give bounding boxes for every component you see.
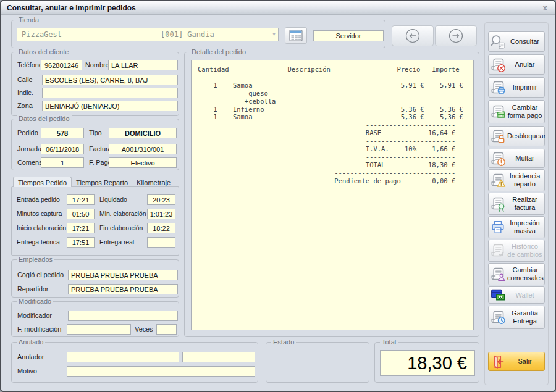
magnifier-scroll-icon <box>489 34 507 50</box>
entrada-field[interactable]: 17:21 <box>67 194 95 205</box>
anulador-date-field[interactable] <box>182 352 255 362</box>
title-bar: Consultar, anular e imprimir pedidos x <box>1 1 555 15</box>
fpago-field[interactable]: Efectivo <box>109 157 177 168</box>
order-detail-text: Cantidad Descripción Precio Importe ----… <box>192 60 473 190</box>
chevron-down-icon: ▾ <box>272 30 276 37</box>
exit-door-icon <box>489 354 507 370</box>
total-group: Total 18,30 € <box>374 342 479 383</box>
empleados-group: Empleados Cogió el pedido PRUEBA PRUEBA … <box>11 259 179 298</box>
printer-icon <box>489 80 507 96</box>
teorica-label: Entrega teórica <box>17 237 60 248</box>
salir-button[interactable]: Salir <box>488 352 545 371</box>
teorica-field[interactable]: 17:51 <box>67 237 95 248</box>
wallet-icon <box>489 287 507 303</box>
button-label: Cambiar comensales <box>507 266 545 281</box>
diner-person-icon <box>489 266 507 282</box>
captura-field[interactable]: 01:50 <box>67 209 95 219</box>
consultar-button[interactable]: Consultar <box>488 31 545 52</box>
incidencia-reparto-button[interactable]: Incidencia reparto <box>488 169 545 191</box>
empleados-group-label: Empleados <box>17 256 54 264</box>
button-label: Impresión masiva <box>507 219 544 235</box>
repartidor-label: Repartidor <box>17 284 48 294</box>
button-label: Cambiar forma pago <box>507 104 544 119</box>
calle-field[interactable]: ESCOLES (LES), CARRE, 8, BAJ <box>42 75 178 85</box>
jornada-field[interactable]: 06/11/2018 <box>41 144 84 154</box>
calle-label: Calle <box>17 75 33 85</box>
tab-tiempos-pedido[interactable]: Tiempos Pedido <box>13 177 72 187</box>
modificado-group: Modificado Modificador F. modificación V… <box>11 301 179 337</box>
anulador-label: Anulador <box>17 352 44 362</box>
button-label: Salir <box>507 357 544 365</box>
indic-field[interactable] <box>42 88 178 98</box>
jornada-label: Jornada <box>17 144 41 154</box>
factura-field[interactable]: A001/310/001 <box>109 144 177 154</box>
zona-label: Zona <box>17 101 33 111</box>
button-label: Garantía Entrega <box>507 309 544 325</box>
cancel-icon <box>489 57 507 73</box>
tab-tiempos-reparto[interactable]: Tiempos Reparto <box>72 178 132 187</box>
modificador-label: Modificador <box>17 311 52 321</box>
tab-kilometraje[interactable]: Kilometraje <box>132 178 175 187</box>
anulado-group: Anulado Anulador Motivo <box>11 342 258 383</box>
captura-label: Minutos captura <box>17 209 62 219</box>
zona-field[interactable]: BENIARJÓ (BENIARJO) <box>42 101 178 111</box>
table-grid-icon <box>289 30 303 41</box>
cambiar-comensales-button[interactable]: Cambiar comensales <box>488 263 545 285</box>
wallet-button: Wallet <box>488 286 545 304</box>
invoice-seal-icon <box>489 196 507 212</box>
cogio-label: Cogió el pedido <box>17 270 64 280</box>
pedido-field[interactable]: 578 <box>41 128 84 138</box>
tienda-group: Tienda PizzaGest [001] Gandia ▾ Servidor <box>11 20 385 48</box>
liquidado-field[interactable]: 20:23 <box>147 194 175 205</box>
fmod-field[interactable] <box>67 324 131 335</box>
estado-group: Estado <box>266 342 369 383</box>
inicio-field[interactable]: 17:21 <box>67 223 95 233</box>
fmod-label: F. modificación <box>17 324 61 335</box>
anular-button[interactable]: Anular <box>488 54 545 75</box>
desbloquear-button[interactable]: Desbloquear <box>488 126 545 146</box>
nombre-field[interactable]: LA LLAR <box>108 60 178 70</box>
arrow-right-icon <box>447 27 465 45</box>
veces-field[interactable] <box>156 324 177 335</box>
store-combobox[interactable]: PizzaGest [001] Gandia ▾ <box>17 28 279 41</box>
real-field[interactable] <box>147 237 175 248</box>
cambiar-forma-pago-button[interactable]: Cambiar forma pago <box>488 100 545 123</box>
imprimir-button[interactable]: Imprimir <box>488 77 545 98</box>
garantia-entrega-button[interactable]: Garantía Entrega <box>488 306 545 329</box>
fine-exclamation-icon <box>489 151 507 167</box>
window-title: Consultar, anular e imprimir pedidos <box>7 4 136 12</box>
telefono-field[interactable]: 962801246 <box>41 60 82 70</box>
tiempos-tabcontrol: Tiempos Pedido Tiempos Reparto Kilometra… <box>11 177 179 256</box>
button-label: Imprimir <box>507 83 544 91</box>
detalle-group-label: Detalle del pedido <box>190 48 248 56</box>
veces-label: Veces <box>135 324 153 335</box>
history-icon <box>489 243 507 259</box>
multar-button[interactable]: Multar <box>488 149 545 168</box>
mass-print-icon <box>489 219 507 235</box>
indic-label: Indic. <box>17 88 33 98</box>
order-detail-panel: Cantidad Descripción Precio Importe ----… <box>191 60 474 330</box>
modificado-group-label: Modificado <box>17 298 53 306</box>
comens-field[interactable]: 1 <box>41 157 84 168</box>
close-button[interactable]: x <box>543 3 547 12</box>
realizar-factura-button[interactable]: Realizar factura <box>488 193 545 215</box>
server-field[interactable]: Servidor <box>313 30 384 41</box>
prev-order-button[interactable] <box>392 25 434 46</box>
store-list-button[interactable] <box>285 27 307 44</box>
motivo-field[interactable] <box>67 366 255 377</box>
min-elab-field[interactable]: 1:01:23 <box>147 209 175 219</box>
button-label: Histórico de cambios <box>507 243 544 258</box>
modificador-field[interactable] <box>68 311 178 321</box>
next-order-button[interactable] <box>435 25 477 46</box>
historico-cambios-button: Histórico de cambios <box>488 240 545 262</box>
tipo-field[interactable]: DOMICILIO <box>109 128 177 138</box>
button-label: Desbloquear <box>507 132 547 140</box>
cogio-field[interactable]: PRUEBA PRUEBA PRUEBA <box>68 270 178 280</box>
repartidor-field[interactable]: PRUEBA PRUEBA PRUEBA <box>68 284 178 294</box>
fin-field[interactable]: 18:22 <box>147 223 175 233</box>
anulador-field[interactable] <box>67 352 179 362</box>
impresion-masiva-button[interactable]: Impresión masiva <box>488 216 545 238</box>
cliente-group-label: Datos del cliente <box>17 48 70 56</box>
real-label: Entrega real <box>99 237 134 248</box>
arrow-left-icon <box>403 27 422 45</box>
